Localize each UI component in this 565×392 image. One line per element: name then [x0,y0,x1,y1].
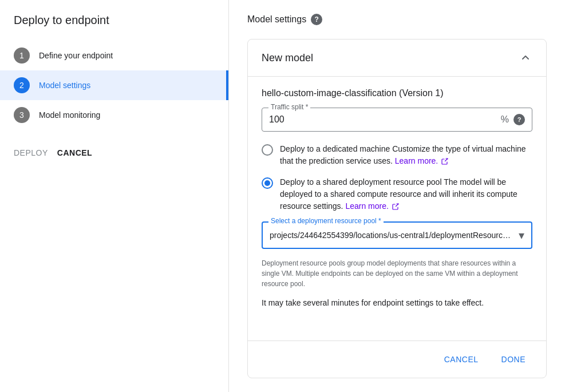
radio-dedicated-circle[interactable] [262,144,273,156]
dropdown-arrow-icon: ▾ [519,228,524,242]
step-2-label: Model settings [39,81,90,90]
resource-pool-label: Select a deployment resource pool * [268,217,384,225]
step-1[interactable]: 1 Define your endpoint [0,41,228,70]
step-3[interactable]: 3 Model monitoring [0,100,228,130]
main-header-title: Model settings [247,14,306,25]
radio-dedicated[interactable]: Deploy to a dedicated machine Customize … [262,143,532,167]
card-body: hello-custom-image-classification (Versi… [248,77,546,340]
step-3-label: Model monitoring [39,110,100,120]
radio-shared-text: Deploy to a shared deployment resource p… [280,176,532,212]
resource-pool-helper-text: Deployment resource pools group model de… [262,258,532,289]
traffic-split-input-wrapper: % ? [262,108,532,132]
main-header: Model settings ? [247,14,547,25]
traffic-split-input[interactable] [269,114,501,125]
collapse-card-button[interactable] [519,51,532,65]
main-content: Model settings ? New model hello-custom-… [229,0,565,392]
radio-shared[interactable]: Deploy to a shared deployment resource p… [262,176,532,212]
cancel-button[interactable]: CANCEL [437,350,485,369]
radio-dedicated-learn-more[interactable]: Learn more. [395,156,448,165]
card-footer: CANCEL DONE [248,340,546,378]
deploy-button[interactable]: DEPLOY [14,148,48,157]
traffic-split-suffix: % [501,114,509,125]
resource-pool-dropdown[interactable]: projects/244642554399/locations/us-centr… [262,221,532,249]
card-header: New model [248,39,546,77]
done-button[interactable]: DONE [495,350,532,369]
info-text: It may take several minutes for endpoint… [262,298,532,307]
radio-dedicated-bold: Deploy to a dedicated machine [280,144,390,153]
card-title: New model [262,52,313,64]
model-card: New model hello-custom-image-classificat… [247,39,547,378]
step-1-number: 1 [14,47,30,64]
traffic-split-label: Traffic split [268,103,310,111]
model-settings-help-icon[interactable]: ? [311,14,322,25]
radio-shared-bold: Deploy to a shared deployment resource p… [280,177,442,187]
resource-pool-group: Select a deployment resource pool * proj… [262,221,532,249]
radio-shared-circle[interactable] [262,177,273,189]
radio-shared-learn-more[interactable]: Learn more. [345,201,398,211]
resource-pool-value: projects/244642554399/locations/us-centr… [270,231,514,240]
traffic-split-help-icon[interactable]: ? [513,114,525,125]
cancel-sidebar-button[interactable]: CANCEL [57,148,92,157]
step-2-number: 2 [14,77,30,93]
sidebar: Deploy to endpoint 1 Define your endpoin… [0,0,229,392]
step-2[interactable]: 2 Model settings [0,70,228,100]
traffic-split-group: Traffic split % ? [262,108,532,132]
radio-dedicated-text: Deploy to a dedicated machine Customize … [280,143,532,167]
step-3-number: 3 [14,107,30,123]
step-1-label: Define your endpoint [39,51,113,60]
model-name: hello-custom-image-classification (Versi… [262,88,532,98]
sidebar-actions: DEPLOY CANCEL [0,134,228,171]
sidebar-title: Deploy to endpoint [0,14,228,41]
